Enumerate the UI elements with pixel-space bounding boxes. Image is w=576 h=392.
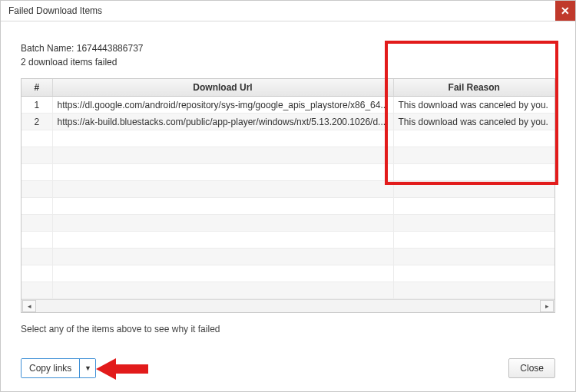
table-row[interactable]: 2 https://ak-build.bluestacks.com/public… (22, 114, 554, 130)
chevron-left-icon: ◂ (28, 302, 31, 310)
chevron-right-icon: ▸ (545, 302, 549, 310)
failed-download-dialog: Failed Download Items ✕ Batch Name: 1674… (0, 0, 576, 392)
table-row-empty (22, 215, 554, 232)
table-row-empty (22, 265, 554, 282)
table-row-empty (22, 147, 554, 164)
window-close-button[interactable]: ✕ (555, 1, 575, 21)
table-row-empty (22, 164, 554, 181)
scroll-left-button[interactable]: ◂ (22, 300, 36, 312)
copy-links-split-button: Copy links ▼ (21, 358, 96, 378)
table-row-empty (22, 249, 554, 265)
annotation-arrow-icon (96, 354, 150, 384)
table-row-empty (22, 198, 554, 215)
cell-url: https://ak-build.bluestacks.com/public/a… (52, 114, 393, 130)
table-row[interactable]: 1 https://dl.google.com/android/reposito… (22, 97, 554, 114)
horizontal-scrollbar[interactable]: ◂ ▸ (22, 299, 554, 312)
batch-name-label: Batch Name: (21, 43, 74, 54)
cell-reason: This download was canceled by you. (393, 114, 554, 130)
cell-index: 1 (22, 97, 52, 114)
table-row-empty (22, 130, 554, 147)
scroll-right-button[interactable]: ▸ (540, 300, 554, 312)
hint-text: Select any of the items above to see why… (21, 324, 555, 334)
svg-marker-0 (96, 358, 148, 380)
table-row-empty (22, 181, 554, 198)
close-icon: ✕ (561, 5, 570, 16)
table-row-empty (22, 282, 554, 299)
cell-reason: This download was canceled by you. (393, 97, 554, 114)
downloads-table-container: # Download Url Fail Reason 1 https://dl.… (21, 78, 555, 313)
copy-links-button[interactable]: Copy links (22, 359, 80, 377)
copy-links-dropdown-button[interactable]: ▼ (80, 359, 95, 377)
copy-links-label: Copy links (29, 363, 71, 374)
fail-summary: 2 download items failed (21, 55, 555, 69)
dialog-body: Batch Name: 1674443886737 2 download ite… (1, 21, 575, 345)
downloads-table: # Download Url Fail Reason 1 https://dl.… (22, 79, 554, 299)
cell-index: 2 (22, 114, 52, 130)
cell-url: https://dl.google.com/android/repository… (52, 97, 393, 114)
window-title: Failed Download Items (8, 5, 102, 16)
table-header-row: # Download Url Fail Reason (22, 79, 554, 97)
dialog-footer: Copy links ▼ Close (1, 345, 575, 391)
batch-meta: Batch Name: 1674443886737 2 download ite… (21, 41, 555, 69)
col-header-reason[interactable]: Fail Reason (393, 79, 554, 97)
col-header-url[interactable]: Download Url (52, 79, 393, 97)
titlebar: Failed Download Items ✕ (1, 1, 575, 21)
scroll-track[interactable] (38, 301, 538, 311)
table-row-empty (22, 232, 554, 249)
chevron-down-icon: ▼ (84, 364, 91, 372)
batch-name-value: 1674443886737 (77, 43, 144, 54)
batch-name-line: Batch Name: 1674443886737 (21, 41, 555, 55)
col-header-index[interactable]: # (22, 79, 52, 97)
close-button[interactable]: Close (508, 358, 555, 378)
